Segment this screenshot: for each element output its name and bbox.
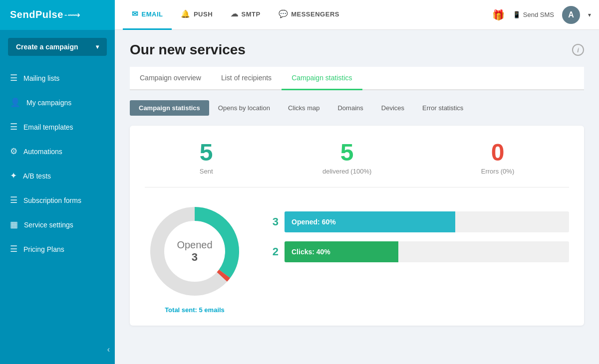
- tab-list-of-recipients[interactable]: List of recipients: [211, 67, 282, 90]
- bar-background: Opened: 60%: [285, 211, 569, 232]
- sidebar-label-ab-tests: A/B tests: [23, 172, 51, 180]
- sidebar-label-service-settings: Service settings: [24, 221, 73, 229]
- sidebar-item-my-campaigns[interactable]: 👤My campaigns: [0, 90, 115, 115]
- donut-chart-wrap: Opened 3 Total sent: 5 emails: [145, 201, 245, 314]
- smtp-icon: ☁: [231, 9, 239, 18]
- gift-icon[interactable]: 🎁: [492, 9, 505, 21]
- sub-tab-devices[interactable]: Devices: [372, 100, 413, 116]
- total-sent-value: 5 emails: [199, 306, 225, 314]
- sidebar-label-email-templates: Email templates: [23, 123, 73, 131]
- donut-center-num: 3: [177, 251, 212, 264]
- nav-tab-smtp[interactable]: ☁SMTP: [222, 0, 270, 30]
- sidebar-items: ☰Mailing lists👤My campaigns☰Email templa…: [0, 66, 115, 261]
- sidebar-item-subscription-forms[interactable]: ☰Subscription forms: [0, 188, 115, 212]
- nav-tabs: ✉EMAIL🔔PUSH☁SMTP💬MESSENGERS: [123, 0, 492, 30]
- pricing-plans-icon: ☰: [10, 244, 17, 254]
- subscription-forms-icon: ☰: [10, 195, 17, 205]
- bar-count: 3: [265, 215, 279, 228]
- page-title-row: Our new services i: [130, 42, 584, 58]
- donut-chart: Opened 3: [145, 201, 245, 301]
- bar-count: 2: [265, 245, 279, 258]
- sidebar-item-email-templates[interactable]: ☰Email templates: [0, 115, 115, 139]
- bottom-stats-row: Opened 3 Total sent: 5 emails 3 Opened: …: [145, 201, 569, 314]
- total-sent-text: Total sent:: [165, 306, 197, 314]
- email-icon: ✉: [132, 9, 139, 18]
- main-layout: Create a campaign ▾ ☰Mailing lists👤My ca…: [0, 30, 599, 364]
- bar-fill: Clicks: 40%: [285, 241, 398, 262]
- bar-row: 2 Clicks: 40%: [265, 241, 569, 262]
- sidebar: Create a campaign ▾ ☰Mailing lists👤My ca…: [0, 30, 115, 364]
- sidebar-label-mailing-lists: Mailing lists: [23, 74, 59, 82]
- mailing-lists-icon: ☰: [10, 73, 17, 83]
- dropdown-arrow-icon: ▾: [96, 43, 99, 50]
- logo-wave: -⟿: [64, 9, 80, 20]
- nav-tab-label-push: PUSH: [194, 10, 213, 18]
- page-tabs-bar: Campaign overviewList of recipientsCampa…: [130, 67, 584, 90]
- donut-center-text: Opened: [177, 239, 212, 251]
- sub-tab-campaign-statistics[interactable]: Campaign statistics: [130, 100, 209, 116]
- errors-label: Errors (0%): [481, 168, 514, 175]
- sidebar-label-subscription-forms: Subscription forms: [23, 196, 81, 204]
- chevron-down-icon[interactable]: ▾: [588, 11, 591, 18]
- main-content: Our new services i Campaign overviewList…: [115, 30, 599, 364]
- tab-campaign-overview[interactable]: Campaign overview: [130, 67, 211, 90]
- errors-value: 0: [481, 141, 514, 165]
- bar-fill: Opened: 60%: [285, 211, 455, 232]
- create-campaign-label: Create a campaign: [16, 43, 78, 51]
- sidebar-label-automations: Automations: [23, 148, 62, 156]
- sent-label: Sent: [200, 168, 213, 175]
- nav-tab-label-email: EMAIL: [142, 10, 163, 18]
- sub-tab-opens-by-location[interactable]: Opens by location: [209, 100, 279, 116]
- nav-tab-push[interactable]: 🔔PUSH: [172, 0, 222, 30]
- nav-right: 🎁 📱 Send SMS A ▾: [492, 6, 591, 24]
- delivered-value: 5: [322, 141, 371, 165]
- send-sms-label: Send SMS: [523, 11, 554, 18]
- errors-stat: 0 Errors (0%): [481, 141, 514, 175]
- sidebar-item-service-settings[interactable]: ▦Service settings: [0, 212, 115, 237]
- delivered-stat: 5 delivered (100%): [322, 141, 371, 175]
- bar-background: Clicks: 40%: [285, 241, 569, 262]
- messengers-icon: 💬: [279, 9, 289, 18]
- sub-tab-domains[interactable]: Domains: [328, 100, 372, 116]
- stats-card: 5 Sent 5 delivered (100%) 0 Errors (0%): [130, 126, 584, 326]
- logo-text: SendPulse: [10, 9, 63, 20]
- info-icon[interactable]: i: [572, 44, 584, 56]
- logo: SendPulse -⟿: [0, 0, 115, 30]
- sub-tab-error-statistics[interactable]: Error statistics: [413, 100, 472, 116]
- sidebar-label-pricing-plans: Pricing Plans: [23, 245, 64, 253]
- sidebar-collapse-icon[interactable]: ‹: [107, 345, 110, 354]
- top-navigation: SendPulse -⟿ ✉EMAIL🔔PUSH☁SMTP💬MESSENGERS…: [0, 0, 599, 30]
- sidebar-item-ab-tests[interactable]: ✦A/B tests: [0, 164, 115, 188]
- service-settings-icon: ▦: [10, 219, 18, 230]
- my-campaigns-icon: 👤: [10, 97, 20, 108]
- donut-center-label: Opened 3: [177, 239, 212, 264]
- bar-row: 3 Opened: 60%: [265, 211, 569, 232]
- delivered-label: delivered (100%): [322, 168, 371, 175]
- sub-tabs-bar: Campaign statisticsOpens by locationClic…: [130, 100, 584, 116]
- nav-tab-email[interactable]: ✉EMAIL: [123, 0, 172, 30]
- push-icon: 🔔: [181, 9, 191, 18]
- email-templates-icon: ☰: [10, 122, 17, 132]
- send-sms-button[interactable]: 📱 Send SMS: [513, 11, 554, 18]
- nav-tab-label-messengers: MESSENGERS: [291, 10, 339, 18]
- sub-tab-clicks-map[interactable]: Clicks map: [279, 100, 329, 116]
- ab-tests-icon: ✦: [10, 171, 17, 181]
- sidebar-item-mailing-lists[interactable]: ☰Mailing lists: [0, 66, 115, 90]
- avatar[interactable]: A: [562, 6, 580, 24]
- top-stats-row: 5 Sent 5 delivered (100%) 0 Errors (0%): [145, 141, 569, 187]
- sidebar-item-pricing-plans[interactable]: ☰Pricing Plans: [0, 237, 115, 261]
- total-sent-label: Total sent: 5 emails: [165, 306, 225, 314]
- automations-icon: ⚙: [10, 146, 17, 157]
- mobile-icon: 📱: [513, 11, 521, 18]
- sidebar-label-my-campaigns: My campaigns: [26, 99, 71, 107]
- tab-campaign-statistics[interactable]: Campaign statistics: [282, 67, 362, 90]
- nav-tab-label-smtp: SMTP: [242, 10, 261, 18]
- sidebar-item-automations[interactable]: ⚙Automations: [0, 139, 115, 164]
- create-campaign-button[interactable]: Create a campaign ▾: [8, 38, 107, 56]
- sent-value: 5: [200, 141, 213, 165]
- nav-tab-messengers[interactable]: 💬MESSENGERS: [270, 0, 348, 30]
- bar-stats: 3 Opened: 60% 2 Clicks: 40%: [265, 201, 569, 262]
- sent-stat: 5 Sent: [200, 141, 213, 175]
- page-title: Our new services: [130, 42, 246, 58]
